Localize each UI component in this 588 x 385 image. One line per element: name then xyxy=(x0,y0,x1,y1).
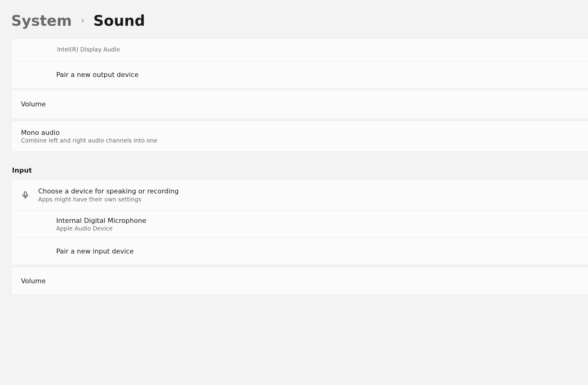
breadcrumb-parent[interactable]: System xyxy=(11,12,72,29)
mono-audio-card: Mono audio Combine left and right audio … xyxy=(11,120,588,152)
pair-output-row: Pair a new output device Add device xyxy=(12,61,588,88)
input-section-title: Input xyxy=(12,166,588,174)
input-device-row[interactable]: Internal Digital Microphone Apple Audio … xyxy=(12,211,588,238)
breadcrumb-current: Sound xyxy=(93,12,145,29)
input-devices-card: Choose a device for speaking or recordin… xyxy=(11,179,588,265)
mono-audio-sub: Combine left and right audio channels in… xyxy=(21,137,588,144)
mono-audio-title: Mono audio xyxy=(21,129,588,136)
choose-input-sub: Apps might have their own settings xyxy=(38,196,588,202)
pair-input-row: Pair a new input device Add device xyxy=(12,238,588,265)
pair-input-label: Pair a new input device xyxy=(56,248,588,255)
breadcrumb: System Sound xyxy=(11,0,588,39)
chevron-right-icon xyxy=(80,17,86,24)
output-volume-label: Volume xyxy=(21,101,588,108)
output-device-sublabel: Intel(R) Display Audio xyxy=(57,46,120,52)
input-device-title: Internal Digital Microphone xyxy=(56,217,588,224)
choose-input-title: Choose a device for speaking or recordin… xyxy=(38,188,588,195)
input-volume-label: Volume xyxy=(21,277,588,285)
input-device-sub: Apple Audio Device xyxy=(56,225,588,232)
input-volume-card: Volume 88 xyxy=(11,267,588,295)
pair-output-label: Pair a new output device xyxy=(56,71,588,78)
output-volume-card: Volume 100 xyxy=(11,90,588,119)
svg-rect-1 xyxy=(24,192,26,196)
microphone-icon xyxy=(21,191,30,199)
choose-input-row[interactable]: Choose a device for speaking or recordin… xyxy=(12,180,588,211)
output-devices-card: Intel(R) Display Audio Pair a new output… xyxy=(11,39,588,88)
